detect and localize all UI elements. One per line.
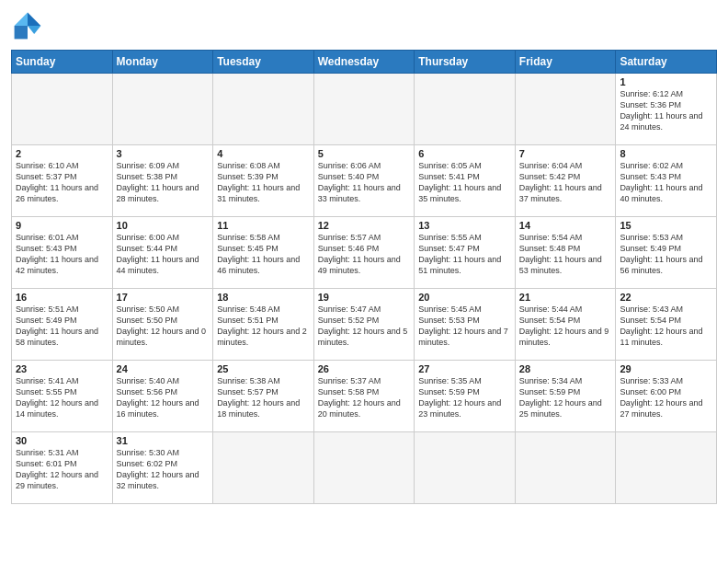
logo [11,9,48,42]
calendar-day-cell: 31Sunrise: 5:30 AM Sunset: 6:02 PM Dayli… [112,432,213,504]
day-info: Sunrise: 5:45 AM Sunset: 5:53 PM Dayligh… [418,304,511,349]
calendar-day-cell: 7Sunrise: 6:04 AM Sunset: 5:42 PM Daylig… [515,145,616,217]
weekday-header: Sunday [12,51,113,74]
day-number: 28 [519,363,612,374]
calendar-day-cell: 28Sunrise: 5:34 AM Sunset: 5:59 PM Dayli… [515,361,616,432]
day-info: Sunrise: 5:54 AM Sunset: 5:48 PM Dayligh… [519,232,612,277]
day-info: Sunrise: 5:51 AM Sunset: 5:49 PM Dayligh… [16,304,108,349]
day-info: Sunrise: 5:35 AM Sunset: 5:59 PM Dayligh… [418,375,511,420]
calendar-day-cell: 16Sunrise: 5:51 AM Sunset: 5:49 PM Dayli… [12,289,113,361]
day-number: 27 [418,363,511,374]
calendar-day-cell: 30Sunrise: 5:31 AM Sunset: 6:01 PM Dayli… [12,432,113,504]
calendar-week-row: 16Sunrise: 5:51 AM Sunset: 5:49 PM Dayli… [12,289,717,361]
day-number: 14 [519,220,612,231]
calendar-day-cell: 14Sunrise: 5:54 AM Sunset: 5:48 PM Dayli… [515,217,616,289]
day-number: 11 [217,220,310,231]
calendar-day-cell: 6Sunrise: 6:05 AM Sunset: 5:41 PM Daylig… [415,145,516,217]
day-number: 2 [16,148,108,159]
day-info: Sunrise: 6:02 AM Sunset: 5:43 PM Dayligh… [620,160,712,205]
day-info: Sunrise: 6:04 AM Sunset: 5:42 PM Dayligh… [519,160,612,205]
calendar-day-cell: 8Sunrise: 6:02 AM Sunset: 5:43 PM Daylig… [616,145,717,217]
day-info: Sunrise: 5:53 AM Sunset: 5:49 PM Dayligh… [620,232,712,277]
day-number: 30 [16,435,108,446]
day-number: 4 [217,148,310,159]
calendar-day-cell: 13Sunrise: 5:55 AM Sunset: 5:47 PM Dayli… [415,217,516,289]
day-info: Sunrise: 5:47 AM Sunset: 5:52 PM Dayligh… [318,304,411,349]
calendar-day-cell: 23Sunrise: 5:41 AM Sunset: 5:55 PM Dayli… [12,361,113,432]
calendar-day-cell: 1Sunrise: 6:12 AM Sunset: 5:36 PM Daylig… [616,74,717,145]
day-info: Sunrise: 5:31 AM Sunset: 6:01 PM Dayligh… [16,447,108,492]
day-info: Sunrise: 6:01 AM Sunset: 5:43 PM Dayligh… [16,232,108,277]
calendar-day-cell: 22Sunrise: 5:43 AM Sunset: 5:54 PM Dayli… [616,289,717,361]
day-number: 15 [620,220,712,231]
calendar-week-row: 30Sunrise: 5:31 AM Sunset: 6:01 PM Dayli… [12,432,717,504]
calendar-week-row: 9Sunrise: 6:01 AM Sunset: 5:43 PM Daylig… [12,217,717,289]
day-number: 13 [418,220,511,231]
day-number: 1 [620,76,712,87]
day-info: Sunrise: 5:41 AM Sunset: 5:55 PM Dayligh… [16,375,108,420]
calendar-day-cell [515,432,616,504]
day-info: Sunrise: 5:50 AM Sunset: 5:50 PM Dayligh… [117,304,210,349]
day-number: 8 [620,148,712,159]
calendar-day-cell: 10Sunrise: 6:00 AM Sunset: 5:44 PM Dayli… [112,217,213,289]
day-info: Sunrise: 5:40 AM Sunset: 5:56 PM Dayligh… [117,375,210,420]
day-info: Sunrise: 6:10 AM Sunset: 5:37 PM Dayligh… [16,160,108,205]
weekday-header: Friday [515,51,616,74]
day-number: 18 [217,292,310,303]
day-number: 6 [418,148,511,159]
calendar-day-cell: 5Sunrise: 6:06 AM Sunset: 5:40 PM Daylig… [313,145,415,217]
calendar-day-cell: 25Sunrise: 5:38 AM Sunset: 5:57 PM Dayli… [213,361,314,432]
calendar-day-cell: 2Sunrise: 6:10 AM Sunset: 5:37 PM Daylig… [12,145,113,217]
calendar-body: 1Sunrise: 6:12 AM Sunset: 5:36 PM Daylig… [12,74,717,504]
day-info: Sunrise: 5:48 AM Sunset: 5:51 PM Dayligh… [217,304,310,349]
day-info: Sunrise: 6:12 AM Sunset: 5:36 PM Dayligh… [620,88,712,133]
weekday-header: Thursday [415,51,516,74]
day-number: 21 [519,292,612,303]
calendar-day-cell: 19Sunrise: 5:47 AM Sunset: 5:52 PM Dayli… [313,289,415,361]
day-info: Sunrise: 5:33 AM Sunset: 6:00 PM Dayligh… [620,375,712,420]
calendar-week-row: 23Sunrise: 5:41 AM Sunset: 5:55 PM Dayli… [12,361,717,432]
day-number: 5 [318,148,411,159]
calendar-day-cell: 11Sunrise: 5:58 AM Sunset: 5:45 PM Dayli… [213,217,314,289]
logo-icon [11,9,44,42]
calendar-day-cell [112,74,213,145]
calendar-day-cell: 4Sunrise: 6:08 AM Sunset: 5:39 PM Daylig… [213,145,314,217]
calendar-day-cell: 17Sunrise: 5:50 AM Sunset: 5:50 PM Dayli… [112,289,213,361]
day-info: Sunrise: 6:08 AM Sunset: 5:39 PM Dayligh… [217,160,310,205]
day-number: 25 [217,363,310,374]
calendar-day-cell [213,74,314,145]
page: SundayMondayTuesdayWednesdayThursdayFrid… [0,0,728,563]
day-info: Sunrise: 6:00 AM Sunset: 5:44 PM Dayligh… [117,232,210,277]
day-info: Sunrise: 6:06 AM Sunset: 5:40 PM Dayligh… [318,160,411,205]
day-number: 9 [16,220,108,231]
calendar-day-cell [12,74,113,145]
day-info: Sunrise: 6:05 AM Sunset: 5:41 PM Dayligh… [418,160,511,205]
day-number: 16 [16,292,108,303]
calendar-day-cell: 29Sunrise: 5:33 AM Sunset: 6:00 PM Dayli… [616,361,717,432]
day-info: Sunrise: 5:58 AM Sunset: 5:45 PM Dayligh… [217,232,310,277]
calendar-day-cell [515,74,616,145]
svg-rect-4 [15,26,28,39]
header [11,9,717,42]
calendar-day-cell [415,74,516,145]
day-number: 20 [418,292,511,303]
calendar-day-cell: 21Sunrise: 5:44 AM Sunset: 5:54 PM Dayli… [515,289,616,361]
day-number: 23 [16,363,108,374]
day-number: 12 [318,220,411,231]
day-info: Sunrise: 5:55 AM Sunset: 5:47 PM Dayligh… [418,232,511,277]
calendar-day-cell: 3Sunrise: 6:09 AM Sunset: 5:38 PM Daylig… [112,145,213,217]
day-number: 19 [318,292,411,303]
day-number: 31 [117,435,210,446]
calendar-day-cell: 24Sunrise: 5:40 AM Sunset: 5:56 PM Dayli… [112,361,213,432]
calendar-day-cell: 20Sunrise: 5:45 AM Sunset: 5:53 PM Dayli… [415,289,516,361]
weekday-header: Monday [112,51,213,74]
day-info: Sunrise: 6:09 AM Sunset: 5:38 PM Dayligh… [117,160,210,205]
calendar-day-cell: 18Sunrise: 5:48 AM Sunset: 5:51 PM Dayli… [213,289,314,361]
calendar-week-row: 1Sunrise: 6:12 AM Sunset: 5:36 PM Daylig… [12,74,717,145]
calendar-day-cell: 27Sunrise: 5:35 AM Sunset: 5:59 PM Dayli… [415,361,516,432]
calendar-day-cell [415,432,516,504]
day-info: Sunrise: 5:44 AM Sunset: 5:54 PM Dayligh… [519,304,612,349]
weekday-header: Tuesday [213,51,314,74]
day-info: Sunrise: 5:38 AM Sunset: 5:57 PM Dayligh… [217,375,310,420]
weekday-header: Saturday [616,51,717,74]
